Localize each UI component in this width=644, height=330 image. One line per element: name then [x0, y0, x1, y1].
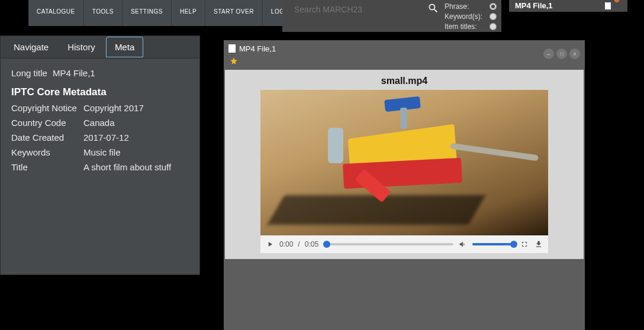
meta-key: Date Created: [11, 132, 83, 143]
window-maximize-button[interactable]: □: [556, 48, 567, 59]
content-area: Navigate History Meta Long title MP4 Fil…: [0, 35, 644, 330]
meta-key: Country Code: [11, 118, 83, 128]
time-current: 0:00: [279, 240, 293, 248]
meta-value: Music file: [83, 147, 189, 157]
time-separator: /: [298, 240, 300, 248]
search-options: Phrase: Keyword(s): Item titles:: [442, 0, 501, 32]
thumb-strip-item[interactable]: MP4 File,1: [509, 0, 627, 12]
meta-value: Copyright 2017: [83, 103, 189, 113]
meta-key: Keywords: [11, 147, 83, 157]
tab-history[interactable]: History: [59, 37, 104, 57]
meta-row: Date Created 2017-07-12: [11, 132, 189, 143]
nav-start-over[interactable]: START OVER: [205, 0, 263, 26]
progress-slider[interactable]: [323, 243, 453, 245]
document-icon: [228, 44, 236, 53]
meta-body: Long title MP4 File,1 IPTC Core Metadata…: [1, 59, 199, 186]
video-frame[interactable]: [260, 90, 548, 235]
lego-gray: [328, 128, 343, 163]
main-nav: CATALOGUE TOOLS SETTINGS HELP START OVER…: [28, 0, 308, 26]
volume-slider[interactable]: [472, 243, 515, 245]
nav-tools[interactable]: TOOLS: [84, 0, 123, 26]
opt-phrase-radio[interactable]: [490, 3, 497, 10]
video-filename: small.mp4: [225, 70, 584, 86]
opt-itemtitles-radio[interactable]: [490, 23, 497, 30]
meta-key: Title: [11, 162, 83, 172]
meta-row: Title A short film about stuff: [11, 162, 189, 172]
tab-navigate[interactable]: Navigate: [5, 37, 57, 57]
search-icon: [427, 2, 439, 14]
meta-row: Keywords Music file: [11, 147, 189, 157]
search-input[interactable]: [282, 0, 424, 32]
star-icon[interactable]: [230, 57, 238, 65]
iptc-heading: IPTC Core Metadata: [11, 86, 189, 98]
window-buttons: – □ ×: [543, 48, 580, 59]
fullscreen-icon: [520, 240, 529, 248]
opt-phrase-label: Phrase:: [445, 2, 469, 11]
meta-row: Country Code Canada: [11, 118, 189, 128]
lego-axle: [400, 108, 407, 129]
thumb-pin-icon: [614, 0, 619, 2]
meta-value: Canada: [83, 118, 189, 128]
play-icon: [266, 240, 274, 248]
download-button[interactable]: [534, 240, 543, 249]
nav-catalogue[interactable]: CATALOGUE: [28, 0, 84, 26]
window-close-button[interactable]: ×: [569, 48, 580, 59]
favorite-row: [224, 57, 585, 67]
opt-keywords-label: Keyword(s):: [445, 12, 482, 21]
viewer-title: MP4 File,1: [239, 44, 276, 53]
meta-value: 2017-07-12: [83, 132, 189, 143]
mute-button[interactable]: [458, 240, 468, 249]
progress-knob[interactable]: [323, 241, 330, 248]
long-title-value: MP4 File,1: [53, 68, 189, 78]
viewer-panel: – □ × MP4 File,1 small.mp4: [224, 40, 585, 330]
search-button[interactable]: [424, 0, 442, 32]
sidebar-tabs: Navigate History Meta: [1, 36, 199, 59]
window-minimize-button[interactable]: –: [543, 48, 554, 59]
volume-knob[interactable]: [510, 241, 517, 248]
speaker-icon: [459, 240, 467, 248]
opt-itemtitles-label: Item titles:: [445, 22, 477, 31]
opt-keywords-radio[interactable]: [490, 13, 497, 20]
meta-key: Copyright Notice: [11, 103, 83, 113]
video-controls: 0:00 / 0:05: [260, 235, 548, 253]
meta-row: Copyright Notice Copyright 2017: [11, 103, 189, 113]
thumb-doc-icon: [605, 2, 611, 9]
download-icon: [534, 240, 543, 248]
nav-settings[interactable]: SETTINGS: [123, 0, 172, 26]
nav-help[interactable]: HELP: [172, 0, 205, 26]
fullscreen-button[interactable]: [520, 240, 529, 249]
lego-rod: [450, 143, 539, 161]
top-bar: CATALOGUE TOOLS SETTINGS HELP START OVER…: [0, 0, 644, 32]
viewer-titlebar: MP4 File,1: [224, 40, 585, 57]
meta-value: A short film about stuff: [83, 162, 189, 172]
video-box: small.mp4 0:00 / 0:05: [225, 70, 584, 259]
sidebar-panel: Navigate History Meta Long title MP4 Fil…: [0, 35, 200, 275]
search-area: Phrase: Keyword(s): Item titles:: [282, 0, 501, 32]
long-title-label: Long title: [11, 68, 53, 78]
tab-meta[interactable]: Meta: [106, 37, 143, 57]
play-button[interactable]: [265, 240, 275, 249]
thumb-title: MP4 File,1: [515, 1, 553, 10]
time-total: 0:05: [305, 240, 318, 248]
